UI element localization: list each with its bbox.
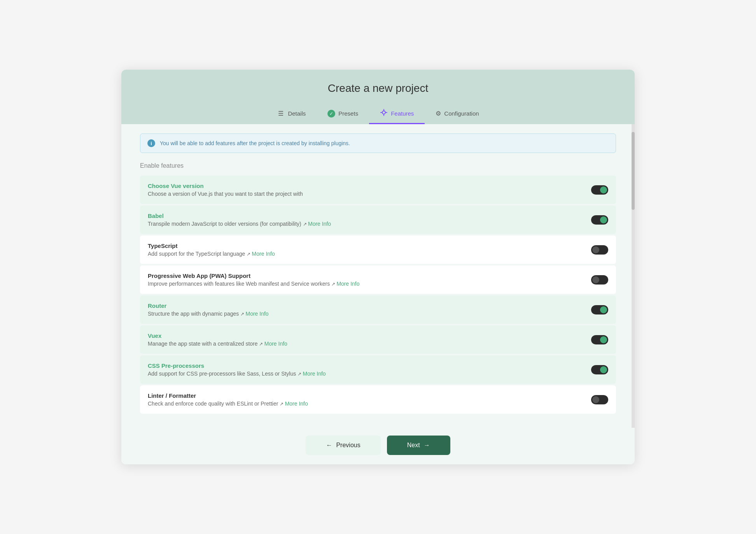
arrow-right-icon: → — [424, 442, 430, 449]
info-banner-text: You will be able to add features after t… — [160, 140, 350, 146]
feature-item-babel: BabelTranspile modern JavaScript to olde… — [140, 206, 616, 234]
feature-info-linter: Linter / FormatterCheck and enforce code… — [148, 392, 591, 407]
feature-name-typescript: TypeScript — [148, 242, 591, 249]
feature-name-linter: Linter / Formatter — [148, 392, 591, 399]
gear-icon: ⚙ — [436, 110, 441, 117]
toggle-css-preprocessors[interactable] — [591, 365, 608, 374]
more-info-link-css-preprocessors[interactable]: More Info — [303, 371, 326, 377]
external-link-icon: ↗ — [240, 311, 245, 317]
features-icon — [380, 109, 388, 118]
feature-info-typescript: TypeScriptAdd support for the TypeScript… — [148, 242, 591, 257]
external-link-icon: ↗ — [298, 371, 303, 377]
feature-item-linter: Linter / FormatterCheck and enforce code… — [140, 385, 616, 414]
footer: ← Previous Next → — [121, 428, 635, 464]
feature-name-babel: Babel — [148, 213, 591, 219]
toggle-babel[interactable] — [591, 215, 608, 225]
toggle-choose-vue-version[interactable] — [591, 185, 608, 195]
feature-name-router: Router — [148, 302, 591, 309]
feature-info-css-preprocessors: CSS Pre-processorsAdd support for CSS pr… — [148, 362, 591, 377]
next-button[interactable]: Next → — [387, 436, 450, 455]
feature-item-router: RouterStructure the app with dynamic pag… — [140, 295, 616, 324]
features-list: Choose Vue versionChoose a version of Vu… — [140, 176, 616, 415]
feature-desc-linter: Check and enforce code quality with ESLi… — [148, 400, 591, 407]
tabs-nav: ☰ Details ✓ Presets F — [121, 104, 635, 124]
feature-item-choose-vue-version: Choose Vue versionChoose a version of Vu… — [140, 176, 616, 204]
feature-desc-typescript: Add support for the TypeScript language … — [148, 251, 591, 257]
more-info-link-pwa[interactable]: More Info — [336, 281, 359, 287]
page-title: Create a new project — [121, 82, 635, 95]
more-info-link-linter[interactable]: More Info — [285, 400, 308, 407]
toggle-typescript[interactable] — [591, 245, 608, 255]
more-info-link-router[interactable]: More Info — [245, 311, 268, 317]
external-link-icon: ↗ — [247, 251, 252, 257]
more-info-link-typescript[interactable]: More Info — [252, 251, 275, 257]
feature-info-babel: BabelTranspile modern JavaScript to olde… — [148, 213, 591, 227]
feature-name-vuex: Vuex — [148, 332, 591, 339]
tab-configuration[interactable]: ⚙ Configuration — [425, 104, 490, 124]
external-link-icon: ↗ — [259, 341, 264, 347]
feature-desc-css-preprocessors: Add support for CSS pre-processors like … — [148, 371, 591, 377]
checkmark-icon: ✓ — [327, 110, 335, 118]
more-info-link-babel[interactable]: More Info — [308, 221, 331, 227]
main-content: i You will be able to add features after… — [121, 124, 635, 428]
feature-desc-router: Structure the app with dynamic pages ↗ M… — [148, 311, 591, 317]
feature-name-css-preprocessors: CSS Pre-processors — [148, 362, 591, 369]
svg-point-0 — [382, 111, 385, 114]
feature-info-pwa: Progressive Web App (PWA) SupportImprove… — [148, 272, 591, 287]
feature-info-router: RouterStructure the app with dynamic pag… — [148, 302, 591, 317]
info-icon: i — [147, 139, 155, 147]
feature-desc-vuex: Manage the app state with a centralized … — [148, 341, 591, 347]
feature-item-vuex: VuexManage the app state with a centrali… — [140, 325, 616, 354]
feature-item-typescript: TypeScriptAdd support for the TypeScript… — [140, 235, 616, 264]
info-banner: i You will be able to add features after… — [140, 134, 616, 153]
external-link-icon: ↗ — [303, 221, 308, 227]
feature-item-pwa: Progressive Web App (PWA) SupportImprove… — [140, 265, 616, 294]
feature-name-choose-vue-version: Choose Vue version — [148, 183, 591, 189]
feature-item-css-preprocessors: CSS Pre-processorsAdd support for CSS pr… — [140, 355, 616, 384]
feature-name-pwa: Progressive Web App (PWA) Support — [148, 272, 591, 279]
arrow-left-icon: ← — [326, 442, 332, 449]
external-link-icon: ↗ — [280, 401, 285, 407]
feature-info-vuex: VuexManage the app state with a centrali… — [148, 332, 591, 347]
feature-desc-pwa: Improve performances with features like … — [148, 281, 591, 287]
lines-icon: ☰ — [277, 110, 285, 118]
toggle-router[interactable] — [591, 305, 608, 314]
toggle-pwa[interactable] — [591, 275, 608, 285]
tab-presets[interactable]: ✓ Presets — [317, 104, 369, 124]
external-link-icon: ↗ — [331, 281, 336, 287]
tab-details[interactable]: ☰ Details — [266, 104, 317, 124]
feature-desc-babel: Transpile modern JavaScript to older ver… — [148, 221, 591, 227]
scrollbar-thumb[interactable] — [632, 132, 635, 210]
previous-button[interactable]: ← Previous — [306, 436, 380, 455]
tab-features[interactable]: Features — [369, 104, 425, 124]
main-window: Create a new project ☰ Details ✓ Presets — [121, 70, 635, 464]
toggle-linter[interactable] — [591, 395, 608, 404]
scrollbar-track[interactable] — [632, 124, 635, 428]
feature-desc-choose-vue-version: Choose a version of Vue.js that you want… — [148, 191, 591, 197]
section-title: Enable features — [140, 162, 616, 169]
header: Create a new project ☰ Details ✓ Presets — [121, 70, 635, 124]
toggle-vuex[interactable] — [591, 335, 608, 344]
more-info-link-vuex[interactable]: More Info — [264, 341, 287, 347]
feature-info-choose-vue-version: Choose Vue versionChoose a version of Vu… — [148, 183, 591, 197]
